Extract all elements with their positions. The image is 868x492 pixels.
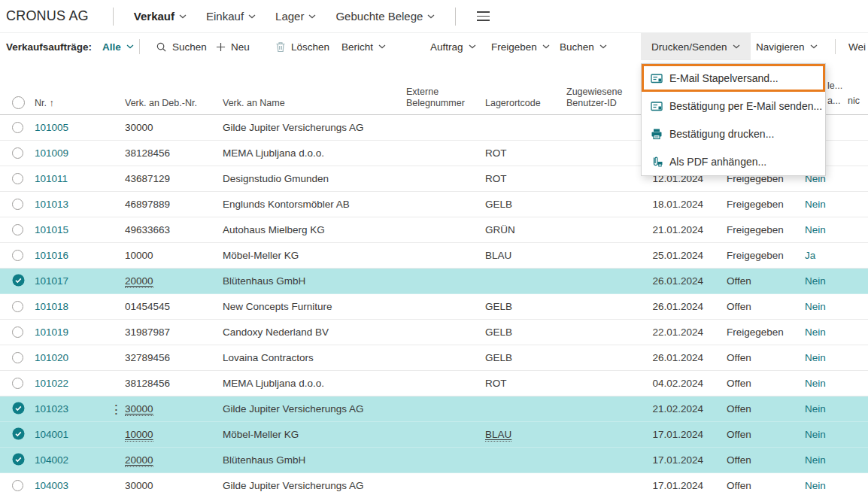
search-button[interactable]: Suchen xyxy=(156,33,207,60)
order-number-link[interactable]: 101013 xyxy=(35,199,68,210)
cell-name: Blütenhaus GmbH xyxy=(223,454,406,466)
column-header-name[interactable]: Verk. an Name xyxy=(223,98,406,114)
order-number-link[interactable]: 101022 xyxy=(35,378,68,389)
select-all-cell[interactable] xyxy=(0,96,35,114)
hamburger-menu-icon[interactable] xyxy=(477,11,490,21)
chevron-down-icon xyxy=(733,44,740,49)
column-header-nr[interactable]: Nr. ↑ xyxy=(35,98,125,114)
select-all-radio[interactable] xyxy=(12,96,25,109)
order-number-link[interactable]: 104001 xyxy=(35,429,68,440)
order-number-link[interactable]: 104002 xyxy=(35,454,68,466)
nav-item-lager[interactable]: Lager xyxy=(275,10,316,23)
order-number-link[interactable]: 101011 xyxy=(35,173,68,184)
delete-button[interactable]: Löschen xyxy=(275,33,329,60)
row-select-radio[interactable] xyxy=(12,326,23,338)
attach-pdf-icon xyxy=(651,156,663,168)
table-row[interactable]: 101019 31987987 Candoxy Nederland BV GEL… xyxy=(0,320,868,345)
cell-status: Offen xyxy=(703,454,802,466)
order-number-link[interactable]: 101016 xyxy=(35,250,68,261)
order-number-link[interactable]: 101017 xyxy=(35,275,68,287)
column-header-debnr[interactable]: Verk. an Deb.-Nr. xyxy=(125,98,223,114)
row-select-cell[interactable] xyxy=(0,352,35,363)
row-select-radio[interactable] xyxy=(12,173,23,184)
new-button[interactable]: Neu xyxy=(216,33,250,60)
row-select-cell[interactable] xyxy=(0,301,35,312)
cell-vollstaendig: Nein xyxy=(802,275,868,287)
nav-item-einkauf[interactable]: Einkauf xyxy=(206,10,256,23)
row-select-radio[interactable] xyxy=(12,224,23,235)
chevron-down-icon xyxy=(378,44,386,49)
menu-item-attach-pdf[interactable]: Als PDF anhängen... xyxy=(642,147,825,175)
order-number-link[interactable]: 101005 xyxy=(35,122,68,133)
menu-item-email[interactable]: Bestätigung per E-Mail senden... xyxy=(642,92,825,120)
report-menu-button[interactable]: Bericht xyxy=(341,33,386,60)
more-options-button-truncated[interactable]: Wei xyxy=(848,33,866,60)
company-name[interactable]: CRONUS AG xyxy=(6,8,89,24)
table-row[interactable]: 101016 10000 Möbel-Meller KG BLAU 25.01.… xyxy=(0,243,868,269)
table-row[interactable]: 101022 38128456 MEMA Ljubljana d.o.o. RO… xyxy=(0,371,868,396)
row-select-radio[interactable] xyxy=(12,378,23,389)
release-menu-button[interactable]: Freigeben xyxy=(491,33,550,60)
row-select-radio[interactable] xyxy=(12,147,23,159)
row-select-cell[interactable] xyxy=(0,224,35,235)
nav-item-verkauf[interactable]: Verkauf xyxy=(134,10,187,23)
row-select-cell[interactable] xyxy=(0,250,35,261)
cell-lagerortcode: GELB xyxy=(485,199,566,210)
table-row[interactable]: 101017 20000 Blütenhaus GmbH 26.01.2024 … xyxy=(0,269,868,294)
nav-item-gebuchte-belege[interactable]: Gebuchte Belege xyxy=(335,10,435,23)
order-menu-button[interactable]: Auftrag xyxy=(430,33,476,60)
order-number-link[interactable]: 101019 xyxy=(35,326,68,338)
order-number-link[interactable]: 101009 xyxy=(35,147,68,159)
cell-vollstaendig: Nein xyxy=(802,301,868,312)
cell-nr: 101013 xyxy=(35,199,125,210)
row-select-cell[interactable] xyxy=(0,199,35,210)
row-context-menu-icon[interactable]: ••• xyxy=(115,403,117,416)
row-select-radio[interactable] xyxy=(12,122,23,133)
order-number-link[interactable]: 101023 xyxy=(35,403,68,415)
row-select-cell[interactable] xyxy=(0,453,35,468)
post-menu-button[interactable]: Buchen xyxy=(560,33,607,60)
order-number-link[interactable]: 101020 xyxy=(35,352,68,363)
row-select-cell[interactable] xyxy=(0,427,35,442)
navigate-menu-button[interactable]: Navigieren xyxy=(756,33,818,60)
row-select-radio[interactable] xyxy=(12,480,23,491)
view-filter-alle[interactable]: Alle xyxy=(102,33,134,60)
row-select-cell[interactable] xyxy=(0,480,35,491)
order-number-link[interactable]: 101015 xyxy=(35,224,68,235)
selected-check-icon[interactable] xyxy=(12,427,25,440)
row-select-cell[interactable] xyxy=(0,147,35,159)
table-row[interactable]: 101020 32789456 Lovaina Contractors GELB… xyxy=(0,345,868,371)
cell-auftragsdatum: 18.01.2024 xyxy=(643,199,703,210)
row-select-radio[interactable] xyxy=(12,199,23,210)
chevron-down-icon xyxy=(542,44,550,49)
selected-check-icon[interactable] xyxy=(12,402,25,415)
column-header-lagerortcode[interactable]: Lagerortcode xyxy=(485,98,566,114)
table-row[interactable]: 101023 30000 Gilde Jupiter Versicherungs… xyxy=(0,396,868,422)
table-row[interactable]: 101013 46897889 Englunds Kontorsmöbler A… xyxy=(0,192,868,217)
table-row[interactable]: 104003 30000 Gilde Jupiter Versicherungs… xyxy=(0,473,868,492)
row-select-radio[interactable] xyxy=(12,250,23,261)
column-header-benutzer-id[interactable]: Zugewiesene Benutzer-ID xyxy=(566,87,643,114)
table-row[interactable]: 104002 20000 Blütenhaus GmbH 17.01.2024 … xyxy=(0,448,868,473)
row-select-radio[interactable] xyxy=(12,301,23,312)
row-select-cell[interactable] xyxy=(0,274,35,289)
menu-item-email[interactable]: E-Mail Stapelversand... xyxy=(642,64,825,92)
order-number-link[interactable]: 101018 xyxy=(35,301,68,312)
selected-check-icon[interactable] xyxy=(12,453,25,466)
selected-check-icon[interactable] xyxy=(12,274,25,287)
row-select-cell[interactable] xyxy=(0,173,35,184)
row-select-cell[interactable] xyxy=(0,402,35,417)
order-number-link[interactable]: 104003 xyxy=(35,480,68,491)
table-row[interactable]: 101015 49633663 Autohaus Mielberg KG GRÜ… xyxy=(0,217,868,243)
table-row[interactable]: 104001 10000 Möbel-Meller KG BLAU 17.01.… xyxy=(0,422,868,448)
cell-debnr: 10000 xyxy=(125,429,223,440)
table-row[interactable]: 101018 01454545 New Concepts Furniture G… xyxy=(0,294,868,320)
cell-status: Offen xyxy=(703,352,802,363)
row-select-cell[interactable] xyxy=(0,122,35,133)
row-select-cell[interactable] xyxy=(0,378,35,389)
row-select-radio[interactable] xyxy=(12,352,23,363)
column-header-externe-belegnummer[interactable]: Externe Belegnummer xyxy=(406,87,485,114)
print-send-menu-button[interactable]: Drucken/Senden xyxy=(641,33,751,60)
row-select-cell[interactable] xyxy=(0,326,35,338)
menu-item-printer[interactable]: Bestätigung drucken... xyxy=(642,120,825,147)
